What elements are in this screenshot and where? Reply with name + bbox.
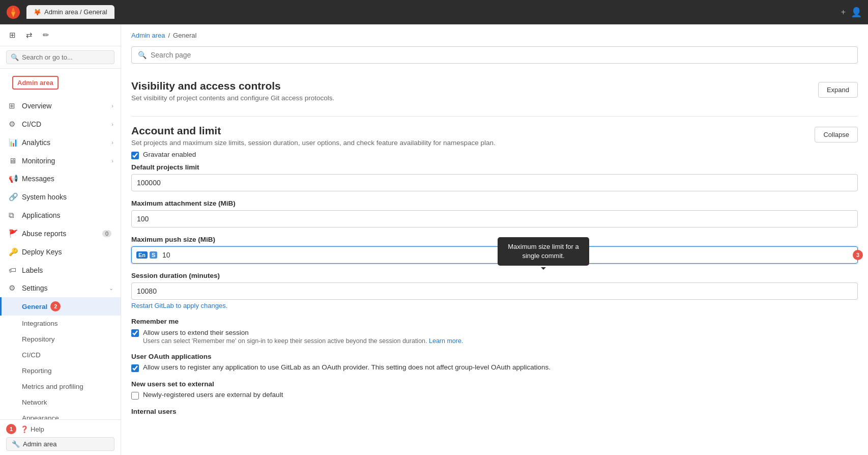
- internal-users-title: Internal users: [131, 408, 858, 415]
- annotation-badge-1: 1: [6, 424, 16, 434]
- sub-nav-label: Appearance: [22, 414, 59, 419]
- max-attachment-input[interactable]: [131, 210, 858, 228]
- user-oauth-checkbox[interactable]: [131, 364, 139, 372]
- sub-nav-appearance[interactable]: Appearance: [0, 410, 121, 419]
- max-push-input[interactable]: [131, 246, 858, 264]
- sidebar-edit-icon[interactable]: ✏: [38, 27, 54, 43]
- sidebar-item-label: Messages: [22, 175, 113, 183]
- account-title: Account and limit: [131, 125, 496, 137]
- gravatar-checkbox[interactable]: [131, 152, 139, 159]
- new-users-row: Newly-registered users are external by d…: [131, 391, 858, 400]
- main-content: Admin area / General 🔍 Visibility and ac…: [121, 24, 868, 455]
- session-duration-input[interactable]: [131, 282, 858, 300]
- max-push-label: Maximum push size (MiB): [131, 236, 858, 243]
- sidebar-item-label: Applications: [22, 211, 113, 219]
- learn-more-link[interactable]: Learn more.: [429, 337, 463, 345]
- new-tab-icon[interactable]: +: [841, 8, 846, 17]
- admin-area-bottom-btn[interactable]: 🔧 Admin area: [6, 437, 114, 451]
- remember-me-row: Allow users to extend their session User…: [131, 328, 858, 345]
- chevron-down-icon: ⌄: [109, 285, 113, 292]
- chevron-right-icon: ›: [111, 121, 113, 127]
- search-page-bar: 🔍: [131, 46, 858, 64]
- max-push-group: Maximum push size (MiB) En S 3: [131, 236, 858, 264]
- search-page-input[interactable]: [151, 51, 851, 59]
- remember-me-label: Allow users to extend their session: [143, 329, 249, 336]
- admin-icon: 🔧: [12, 440, 20, 448]
- sidebar-item-labels[interactable]: 🏷 Labels: [0, 261, 121, 279]
- browser-top-bar: 🦊 Admin area / General + 👤: [0, 0, 868, 24]
- breadcrumb: Admin area / General: [121, 24, 868, 46]
- sidebar-merge-icon[interactable]: ⇄: [21, 27, 38, 43]
- help-text: Help: [31, 425, 44, 433]
- help-label[interactable]: ❓ Help: [20, 425, 44, 433]
- cicd-icon: ⚙: [9, 120, 18, 129]
- account-section: Account and limit Set projects and maxim…: [121, 117, 868, 434]
- active-tab[interactable]: 🦊 Admin area / General: [26, 5, 114, 19]
- sidebar-item-label: Deploy Keys: [22, 248, 113, 256]
- sidebar-item-analytics[interactable]: 📊 Analytics ›: [0, 133, 121, 152]
- sub-nav-general[interactable]: General 2: [0, 297, 121, 316]
- visibility-section: Visibility and access controls Set visib…: [131, 72, 858, 116]
- sub-nav-reporting[interactable]: Reporting: [0, 363, 121, 379]
- browser-tabs: 🦊 Admin area / General: [26, 5, 835, 19]
- session-duration-label: Session duration (minutes): [131, 272, 858, 279]
- sidebar-bottom: 1 ❓ Help 🔧 Admin area: [0, 419, 121, 455]
- breadcrumb-parent[interactable]: Admin area: [131, 32, 165, 39]
- sidebar-item-cicd[interactable]: ⚙ CI/CD ›: [0, 115, 121, 133]
- sub-nav-cicd[interactable]: CI/CD: [0, 347, 121, 363]
- user-avatar[interactable]: 👤: [851, 7, 862, 18]
- restart-text[interactable]: Restart GitLab to apply changes.: [131, 302, 858, 309]
- sub-nav-label: Network: [22, 399, 47, 406]
- abuse-badge: 0: [102, 230, 111, 237]
- deploy-keys-icon: 🔑: [9, 247, 18, 257]
- sidebar-home-icon[interactable]: ⊞: [4, 27, 21, 43]
- sidebar-nav: ⊞ Overview › ⚙ CI/CD › 📊 Analytics › 🖥 M…: [0, 97, 121, 419]
- sidebar-item-applications[interactable]: ⧉ Applications: [0, 206, 121, 224]
- tooltip-text: Maximum size limit for a single commit.: [508, 243, 578, 260]
- sidebar-item-label: Overview: [22, 102, 111, 110]
- browser-logo: [6, 5, 20, 19]
- monitoring-icon: 🖥: [9, 156, 18, 165]
- sidebar-item-messages[interactable]: 📢 Messages: [0, 169, 121, 188]
- default-projects-group: Default projects limit: [131, 163, 858, 191]
- sidebar-item-monitoring[interactable]: 🖥 Monitoring ›: [0, 152, 121, 169]
- sidebar-item-label: Labels: [22, 266, 113, 274]
- gravatar-label: Gravatar enabled: [143, 151, 196, 158]
- remember-me-title: Remember me: [131, 318, 858, 325]
- sub-nav-label: Repository: [22, 335, 55, 343]
- admin-area-label-container: Admin area: [0, 69, 121, 97]
- expand-button[interactable]: Expand: [818, 82, 858, 98]
- new-users-checkbox[interactable]: [131, 392, 139, 400]
- admin-area-label: Admin area: [12, 76, 59, 90]
- sub-nav-label: CI/CD: [22, 351, 41, 359]
- sidebar-item-label: Monitoring: [22, 157, 111, 165]
- gravatar-row: Gravatar enabled: [131, 151, 858, 159]
- sidebar-item-deploy-keys[interactable]: 🔑 Deploy Keys: [0, 243, 121, 261]
- sub-nav-metrics[interactable]: Metrics and profiling: [0, 379, 121, 394]
- main-layout: ⊞ ⇄ ✏ 🔍 Search or go to... Admin area ⊞ …: [0, 24, 868, 455]
- search-box[interactable]: 🔍 Search or go to...: [6, 50, 114, 64]
- sub-nav-integrations[interactable]: Integrations: [0, 316, 121, 331]
- sub-nav-repository[interactable]: Repository: [0, 331, 121, 347]
- sidebar-item-system-hooks[interactable]: 🔗 System hooks: [0, 188, 121, 206]
- sidebar-item-overview[interactable]: ⊞ Overview ›: [0, 97, 121, 115]
- default-projects-input[interactable]: [131, 174, 858, 191]
- collapse-button[interactable]: Collapse: [815, 127, 858, 143]
- messages-icon: 📢: [9, 174, 18, 183]
- chevron-right-icon: ›: [111, 103, 113, 109]
- remember-me-checkbox[interactable]: [131, 329, 139, 337]
- internal-users-group: Internal users: [131, 408, 858, 415]
- sidebar-item-label: System hooks: [22, 193, 113, 201]
- sidebar-item-settings[interactable]: ⚙ Settings ⌄: [0, 279, 121, 297]
- account-subtitle: Set projects and maximum size limits, se…: [131, 139, 496, 147]
- sub-nav-network[interactable]: Network: [0, 394, 121, 410]
- sub-nav-label: Reporting: [22, 367, 52, 375]
- sidebar-item-label: Settings: [22, 284, 109, 292]
- default-projects-label: Default projects limit: [131, 163, 858, 171]
- search-placeholder: Search or go to...: [22, 53, 73, 61]
- sidebar-item-abuse-reports[interactable]: 🚩 Abuse reports 0: [0, 224, 121, 243]
- tab-title: Admin area / General: [44, 8, 107, 16]
- hooks-icon: 🔗: [9, 192, 18, 202]
- user-oauth-group: User OAuth applications Allow users to r…: [131, 353, 858, 372]
- max-push-input-container: En S 3: [131, 246, 858, 264]
